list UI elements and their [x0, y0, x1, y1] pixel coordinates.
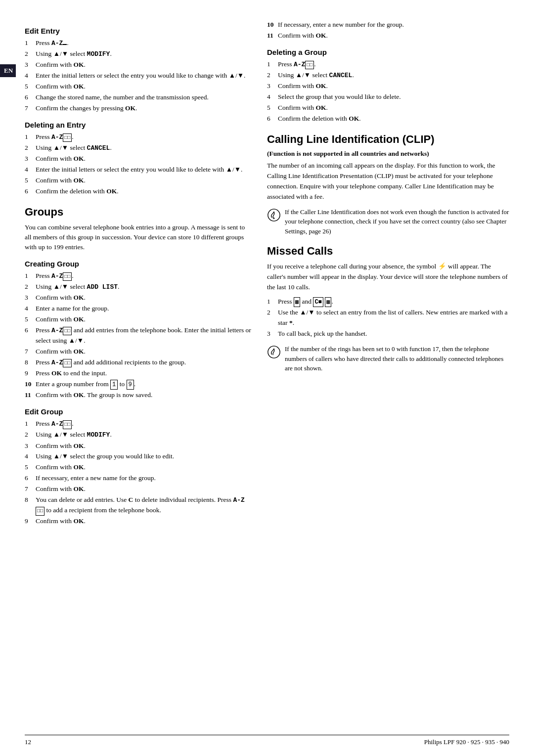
list-item: 5 Confirm with OK.: [267, 103, 509, 113]
page: EN Edit Entry 1 Press A-Z. 2 Using ▲/▼ s…: [0, 0, 534, 756]
deleting-group-heading: Deleting a Group: [267, 48, 509, 56]
list-item: 4 Select the group that you would like t…: [267, 92, 509, 102]
list-item: 3 Confirm with OK.: [25, 293, 252, 303]
list-item: 5 Confirm with OK.: [25, 314, 252, 325]
edit-group-continued-list: 10 If necessary, enter a new number for …: [267, 20, 509, 41]
list-item: 1 Press A-Z□□.: [25, 419, 252, 429]
list-item: 2 Using ▲/▼ select ADD LIST.: [25, 282, 252, 292]
list-item: 6 Press A-Z□□ and add entries from the t…: [25, 325, 252, 346]
list-item: 3 Confirm with OK.: [25, 60, 252, 70]
list-item: 8 Press A-Z□□ and add additional recipie…: [25, 357, 252, 368]
groups-intro: You can combine several telephone book e…: [25, 222, 252, 253]
list-item: 4 Using ▲/▼ select the group you would l…: [25, 451, 252, 462]
svg-text:✦: ✦: [272, 216, 275, 221]
list-item: 5 Confirm with OK.: [25, 176, 252, 186]
groups-heading: Groups: [25, 206, 252, 219]
list-item: 11 Confirm with OK. The group is now sav…: [25, 390, 252, 400]
list-item: 3 To call back, pick up the handset.: [267, 329, 509, 339]
clip-note-text: If the Caller Line Identification does n…: [285, 207, 509, 236]
list-item: 7 Confirm the changes by pressing OK.: [25, 103, 252, 114]
left-column: Edit Entry 1 Press A-Z. 2 Using ▲/▼ sele…: [25, 20, 252, 527]
list-item: 6 Confirm the deletion with OK.: [25, 186, 252, 197]
list-item: 1 Press ▩ and C■ ▩.: [267, 297, 509, 308]
list-item: 3 Confirm with OK.: [25, 441, 252, 451]
edit-group-list: 1 Press A-Z□□. 2 Using ▲/▼ select MODIFY…: [25, 419, 252, 527]
list-item: 5 Confirm with OK.: [25, 82, 252, 92]
product-name: Philips LPF 920 · 925 · 935 · 940: [424, 738, 509, 746]
list-item: 10 Enter a group number from 1 to 9.: [25, 379, 252, 390]
edit-entry-heading: Edit Entry: [25, 27, 252, 35]
missed-calls-list: 1 Press ▩ and C■ ▩. 2 Use the ▲/▼ to sel…: [267, 297, 509, 339]
list-item: 4 Enter a name for the group.: [25, 304, 252, 314]
list-item: 4 Enter the initial letters or select th…: [25, 71, 252, 81]
list-item: 4 Enter the initial letters or select th…: [25, 165, 252, 175]
creating-group-list: 1 Press A-Z□□. 2 Using ▲/▼ select ADD LI…: [25, 271, 252, 401]
list-item: 6 Confirm the deletion with OK.: [267, 114, 509, 124]
list-item: 1 Press A-Z□□.: [25, 132, 252, 142]
list-item: 6 If necessary, enter a new name for the…: [25, 473, 252, 484]
page-footer: 12 Philips LPF 920 · 925 · 935 · 940: [25, 735, 509, 746]
list-item: 3 Confirm with OK.: [267, 81, 509, 91]
list-item: 1 Press A-Z.: [25, 38, 252, 48]
clip-note: ✦ If the Caller Line Identification does…: [267, 207, 509, 236]
clip-subtitle: (Function is not supported in all countr…: [267, 150, 509, 158]
list-item: 2 Using ▲/▼ select MODIFY.: [25, 49, 252, 59]
list-item: 1 Press A-Z□□.: [25, 271, 252, 281]
language-tab: EN: [0, 64, 16, 77]
note-icon: ✦: [267, 208, 281, 222]
list-item: 9 Press OK to end the input.: [25, 368, 252, 379]
edit-entry-list: 1 Press A-Z. 2 Using ▲/▼ select MODIFY. …: [25, 38, 252, 114]
list-item: 5 Confirm with OK.: [25, 462, 252, 473]
deleting-entry-list: 1 Press A-Z□□. 2 Using ▲/▼ select CANCEL…: [25, 132, 252, 197]
missed-calls-note-text: If the number of the rings has been set …: [285, 344, 509, 373]
deleting-group-list: 1 Press A-Z□□. 2 Using ▲/▼ select CANCEL…: [267, 59, 509, 124]
creating-group-heading: Creating Group: [25, 260, 252, 268]
list-item: 2 Using ▲/▼ select CANCEL.: [25, 143, 252, 153]
list-item: 7 Confirm with OK.: [25, 347, 252, 357]
clip-intro: The number of an incoming call appears o…: [267, 161, 509, 202]
page-number: 12: [25, 738, 31, 746]
list-item: 2 Use the ▲/▼ to select an entry from th…: [267, 308, 509, 328]
list-item: 3 Confirm with OK.: [25, 154, 252, 164]
right-column: 10 If necessary, enter a new number for …: [267, 20, 509, 527]
edit-group-heading: Edit Group: [25, 407, 252, 416]
clip-heading: Calling Line Identification (CLIP): [267, 133, 509, 146]
deleting-entry-heading: Deleting an Entry: [25, 121, 252, 129]
list-item: 2 Using ▲/▼ select MODIFY.: [25, 430, 252, 440]
missed-calls-intro: If you receive a telephone call during y…: [267, 262, 509, 293]
list-item: 11 Confirm with OK.: [267, 31, 509, 41]
list-item: 7 Confirm with OK.: [25, 484, 252, 494]
list-item: 8 You can delete or add entries. Use C t…: [25, 495, 252, 516]
list-item: 9 Confirm with OK.: [25, 516, 252, 527]
list-item: 2 Using ▲/▼ select CANCEL.: [267, 70, 509, 81]
missed-calls-note: If the number of the rings has been set …: [267, 344, 509, 373]
missed-calls-note-icon: [267, 345, 281, 359]
list-item: 6 Change the stored name, the number and…: [25, 92, 252, 103]
list-item: 10 If necessary, enter a new number for …: [267, 20, 509, 30]
list-item: 1 Press A-Z□□.: [267, 59, 509, 70]
missed-calls-heading: Missed Calls: [267, 245, 509, 258]
